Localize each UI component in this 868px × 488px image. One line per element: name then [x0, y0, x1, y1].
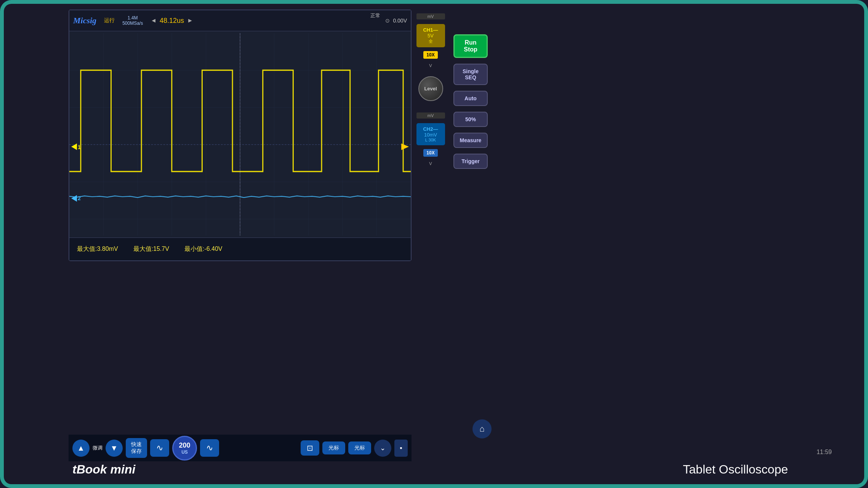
run-stop-button[interactable]: Run Stop: [453, 34, 488, 58]
waveform-icon-button[interactable]: ⊡: [301, 440, 319, 456]
ch2-panel[interactable]: CH2— 10mV L 30K: [416, 123, 445, 145]
home-button[interactable]: ⌂: [472, 419, 492, 438]
ch2-probe-badge: 10X: [423, 149, 437, 157]
time-display: 11:59: [817, 449, 832, 456]
timebase-control[interactable]: ◄ 48.12us ►: [151, 17, 193, 25]
sample-rate-bottom: 500MSa/s: [122, 21, 143, 26]
timebase-value: 48.12us: [160, 17, 184, 25]
ch2-label: CH2—: [418, 126, 443, 132]
timebase-left-arrow[interactable]: ◄: [151, 17, 157, 24]
quick-save-button[interactable]: 快速 保存: [126, 438, 147, 458]
ch1-unit-bottom: V: [416, 63, 445, 69]
home-icon: ⌂: [479, 424, 484, 434]
brand-logo: Micsig: [73, 16, 96, 26]
ch1-voltage: 5V: [418, 33, 443, 39]
measure-button[interactable]: Measure: [453, 133, 488, 148]
trigger-info: ⊙ 0.00V: [385, 18, 407, 24]
status-right: 正常: [370, 12, 380, 19]
wave-left-button[interactable]: ∿: [150, 439, 169, 457]
wave-right-button[interactable]: ∿: [200, 439, 219, 457]
cursor2-button[interactable]: 光标: [348, 441, 371, 454]
timebase-button[interactable]: 200 US: [172, 436, 197, 461]
ch1-label: CH1—: [418, 27, 443, 33]
fifty-percent-button[interactable]: 50%: [453, 112, 488, 127]
ch2-mv-label: mV: [416, 112, 445, 119]
ch1-unit-top: mV: [416, 13, 445, 19]
top-bar: Micsig 运行 1.4M 500MSa/s ◄ 48.12us ► ⊙ 0.…: [69, 10, 411, 31]
single-seq-button[interactable]: Single SEQ: [453, 64, 488, 85]
device-subtitle: tBook mini: [72, 462, 135, 477]
svg-text:2: 2: [78, 195, 81, 201]
level-knob[interactable]: Level: [418, 76, 443, 101]
ch1-mv-label: mV: [416, 13, 445, 20]
ch2-filter: L 30K: [418, 138, 443, 142]
ch2-unit-top: mV: [416, 112, 445, 119]
measurement-bar: 最大值:3.80mV 最大值:15.7V 最小值:-6.40V: [69, 238, 411, 260]
trigger-icon: ⊙: [385, 18, 390, 24]
ch2-voltage: 10mV: [418, 132, 443, 138]
right-buttons: Run Stop Single SEQ Auto 50% Measure Tri…: [453, 34, 488, 169]
meas-item-3: 最小值:-6.40V: [184, 245, 223, 253]
bottom-toolbar: ▲ 微调 ▼ 快速 保存 ∿ 200 US ∿ ⊡ 光标 光标 ⌄: [69, 435, 412, 461]
fine-adjust-up-button[interactable]: ▲: [72, 440, 90, 457]
fine-adjust-down-button[interactable]: ▼: [106, 440, 123, 457]
meas-item-1: 最大值:3.80mV: [77, 245, 118, 253]
ch1-probe-badge: 10X: [423, 51, 437, 59]
trigger-button[interactable]: Trigger: [453, 154, 488, 169]
meas-item-2: 最大值:15.7V: [133, 245, 169, 253]
phone-icon-button[interactable]: ▪: [394, 440, 408, 457]
running-badge: 运行: [104, 17, 115, 24]
sample-rate-top: 1.4M: [128, 15, 138, 21]
device-product-name: Tablet Oscilloscope: [683, 462, 788, 477]
oscilloscope-screen: 1 2 Micsig 运行 1.4M 500MSa/s ◄: [69, 10, 412, 261]
fine-adjust-label: 微调: [93, 445, 102, 451]
expand-button[interactable]: ⌄: [374, 440, 391, 457]
channel-controls: mV CH1— 5V 全 10X V Level mV CH2— 10mV L …: [415, 10, 446, 261]
ch1-panel[interactable]: CH1— 5V 全: [416, 24, 445, 47]
cursor1-button[interactable]: 光标: [322, 441, 345, 454]
trigger-level: 0.00V: [393, 18, 407, 24]
device-frame: 1 2 Micsig 运行 1.4M 500MSa/s ◄: [0, 0, 868, 488]
timebase-right-arrow[interactable]: ►: [187, 17, 193, 24]
ch2-unit-bottom: V: [416, 161, 445, 167]
ch1-coupling: 全: [418, 39, 443, 44]
auto-button[interactable]: Auto: [453, 91, 488, 106]
waveform-display: 1 2: [69, 10, 411, 260]
device-inner: 1 2 Micsig 运行 1.4M 500MSa/s ◄: [4, 4, 864, 484]
sample-info: 1.4M 500MSa/s: [122, 15, 143, 26]
svg-text:1: 1: [78, 144, 81, 151]
